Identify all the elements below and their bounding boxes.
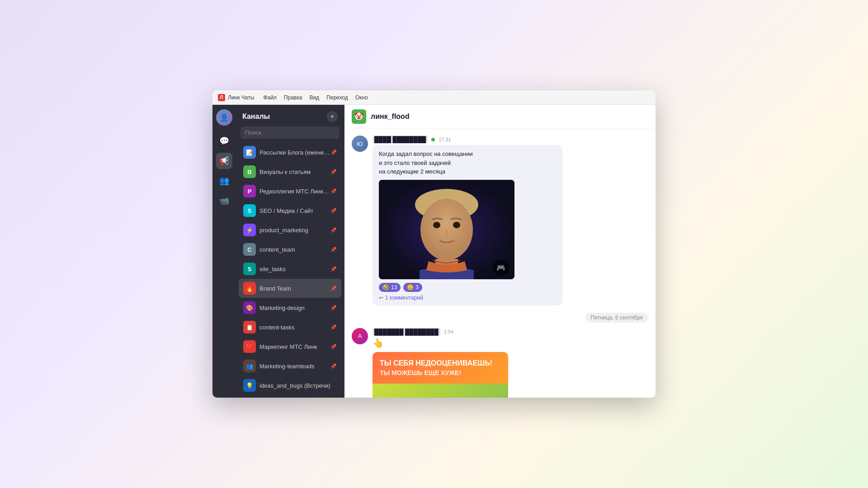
promo-text-1: ТЫ СЕБЯ НЕДООЦЕНИВАЕШЬ! [380, 359, 501, 367]
channel-item-13[interactable]: 💡 ideas_and_bugs (Встречи) [239, 376, 341, 395]
channel-item-10[interactable]: 📋 content-tasks 📌 [239, 318, 341, 337]
reaction-rofl[interactable]: 🤣 13 [379, 283, 401, 292]
channel-name-11: Маркетинг МТС Линк [259, 343, 330, 350]
msg-emoji-2: 👆 [373, 338, 648, 348]
pin-icon-4: 📌 [330, 208, 337, 214]
pin-icon-9: 📌 [330, 305, 337, 311]
channel-icon-13: 💡 [243, 379, 256, 392]
reaction-neutral[interactable]: 😑 3 [403, 283, 422, 292]
channel-name-1: Рассылки Блога (еженедел... [259, 149, 330, 156]
promo-card-content: ТЫ СЕБЯ НЕДООЦЕНИВАЕШЬ! ТЫ МОЖЕШЬ ЕЩЕ ХУ… [373, 352, 508, 384]
channel-name-8: Brand Team [259, 285, 330, 292]
msg-time-2: 1:54 [444, 329, 453, 334]
channel-name-13: ideas_and_bugs (Встречи) [259, 382, 337, 389]
channel-item-8[interactable]: 🔥 Brand Team 📌 [239, 279, 341, 298]
msg-bubble-1: Когда задал вопрос на совещании и это ст… [373, 145, 562, 305]
msg-meta-2: ███████ ████████ 1:54 [373, 328, 648, 336]
channel-item-4[interactable]: S SEO / Медиа / Сайт 📌 [239, 201, 341, 220]
search-box[interactable] [241, 127, 340, 139]
sidebar-video-icon[interactable]: 📹 [216, 192, 232, 209]
msg-text-1: Когда задал вопрос на совещании и это ст… [379, 150, 556, 176]
pin-icon-12: 📌 [330, 363, 337, 369]
icon-sidebar: 👤 💬 📢 👥 📹 [212, 105, 236, 398]
menu-bar: Файл Правка Вид Переход Окно [263, 94, 368, 101]
channel-list: Каналы + 📝 Рассылки Блога (еженедел... 📌… [236, 105, 344, 398]
channel-name-2: Визуалы к статьям [259, 169, 330, 175]
message-group-1: Ю ████ ████████ 17:31 Когда задал вопрос… [352, 136, 648, 305]
channel-item-2[interactable]: В Визуалы к статьям 📌 [239, 162, 341, 181]
sidebar-channels-icon[interactable]: 📢 [216, 153, 232, 169]
sidebar-chat-icon[interactable]: 💬 [216, 133, 232, 149]
channel-item-3[interactable]: Р Редколлегия МТС Линк Ме... 📌 [239, 182, 341, 201]
title-bar: Л Линк Чаты Файл Правка Вид Переход Окно [212, 90, 656, 105]
channel-name-10: content-tasks [259, 324, 330, 331]
channel-name-4: SEO / Медиа / Сайт [259, 207, 330, 214]
pin-icon-11: 📌 [330, 344, 337, 350]
menu-file[interactable]: Файл [263, 94, 277, 101]
pin-icon-8: 📌 [330, 286, 337, 291]
online-dot-1 [431, 138, 435, 141]
channel-item-1[interactable]: 📝 Рассылки Блога (еженедел... 📌 [239, 143, 341, 162]
channel-item-11[interactable]: ❤️ Маркетинг МТС Линк 📌 [239, 337, 341, 356]
date-divider: Пятница, 6 сентября [352, 313, 648, 323]
chat-channel-name: линк_flood [371, 113, 410, 121]
channel-item-9[interactable]: 🎨 Marketing-design 📌 [239, 298, 341, 317]
channel-icon-10: 📋 [243, 321, 256, 333]
pin-icon-3: 📌 [330, 188, 337, 194]
channel-icon-9: 🎨 [243, 301, 256, 314]
menu-view[interactable]: Вид [309, 94, 319, 101]
channel-list-title: Каналы [242, 113, 270, 121]
channel-icon-5: ⚡ [243, 224, 256, 236]
channel-item-7[interactable]: S site_tasks 📌 [239, 259, 341, 278]
add-channel-button[interactable]: + [327, 111, 338, 122]
channel-list-header: Каналы + [236, 105, 344, 127]
pin-icon-5: 📌 [330, 227, 337, 233]
menu-goto[interactable]: Переход [326, 94, 348, 101]
channel-item-5[interactable]: ⚡ product_marketing 📌 [239, 221, 341, 239]
channel-item-12[interactable]: 👥 Marketing-teamleads 📌 [239, 357, 341, 375]
pin-icon-10: 📌 [330, 324, 337, 330]
msg-avatar-img-2: А [352, 328, 368, 344]
pin-icon-1: 📌 [330, 150, 337, 155]
msg-content-2: ███████ ████████ 1:54 👆 ТЫ СЕБЯ НЕДООЦЕН… [373, 328, 648, 398]
svg-point-5 [453, 222, 460, 228]
search-input[interactable] [245, 129, 335, 136]
channel-icon-8: 🔥 [243, 282, 256, 295]
pin-icon-2: 📌 [330, 169, 337, 175]
channel-name-5: product_marketing [259, 227, 330, 234]
channel-name-12: Marketing-teamleads [259, 363, 330, 370]
promo-text-2: ТЫ МОЖЕШЬ ЕЩЕ ХУЖЕ! [380, 369, 501, 376]
channel-name-3: Редколлегия МТС Линк Ме... [259, 188, 330, 195]
comment-link-1[interactable]: ↩ 1 комментарий [379, 295, 556, 301]
pin-icon-7: 📌 [330, 266, 337, 272]
channel-item-6[interactable]: C content_team 📌 [239, 240, 341, 259]
chat-channel-avatar: 🤡 [352, 109, 366, 124]
msg-avatar-1: Ю [352, 136, 368, 152]
app-window: Л Линк Чаты Файл Правка Вид Переход Окно… [212, 90, 656, 398]
message-group-2: А ███████ ████████ 1:54 👆 ТЫ СЕБЯ НЕДООЦ… [352, 328, 648, 398]
channel-icon-6: C [243, 243, 256, 256]
msg-image-1: 🎮 [379, 180, 514, 279]
sidebar-contacts-icon[interactable]: 👥 [216, 173, 232, 189]
channel-icon-11: ❤️ [243, 340, 256, 353]
reactions-1: 🤣 13 😑 3 [379, 283, 556, 292]
menu-edit[interactable]: Правка [284, 94, 302, 101]
msg-author-1: ████ ████████ [373, 136, 428, 143]
channel-name-6: content_team [259, 246, 330, 253]
chat-messages: Ю ████ ████████ 17:31 Когда задал вопрос… [344, 128, 656, 398]
channel-name-9: Marketing-design [259, 305, 330, 311]
channel-icon-1: 📝 [243, 146, 256, 159]
msg-avatar-2: А [352, 328, 368, 344]
date-badge: Пятница, 6 сентября [585, 313, 648, 323]
promo-card: ТЫ СЕБЯ НЕДООЦЕНИВАЕШЬ! ТЫ МОЖЕШЬ ЕЩЕ ХУ… [373, 352, 508, 398]
channel-icon-12: 👥 [243, 360, 256, 372]
channel-icon-2: В [243, 165, 256, 178]
main-layout: 👤 💬 📢 👥 📹 Каналы + 📝 Рассылки Блога (еже… [212, 105, 656, 398]
menu-window[interactable]: Окно [355, 94, 368, 101]
channel-item-14[interactable]: O office_it_help [239, 395, 341, 398]
pin-icon-6: 📌 [330, 247, 337, 253]
svg-text:🎮: 🎮 [496, 263, 505, 272]
msg-meta-1: ████ ████████ 17:31 [373, 136, 648, 143]
promo-card-bottom [373, 384, 508, 398]
user-avatar[interactable]: 👤 [216, 109, 232, 126]
